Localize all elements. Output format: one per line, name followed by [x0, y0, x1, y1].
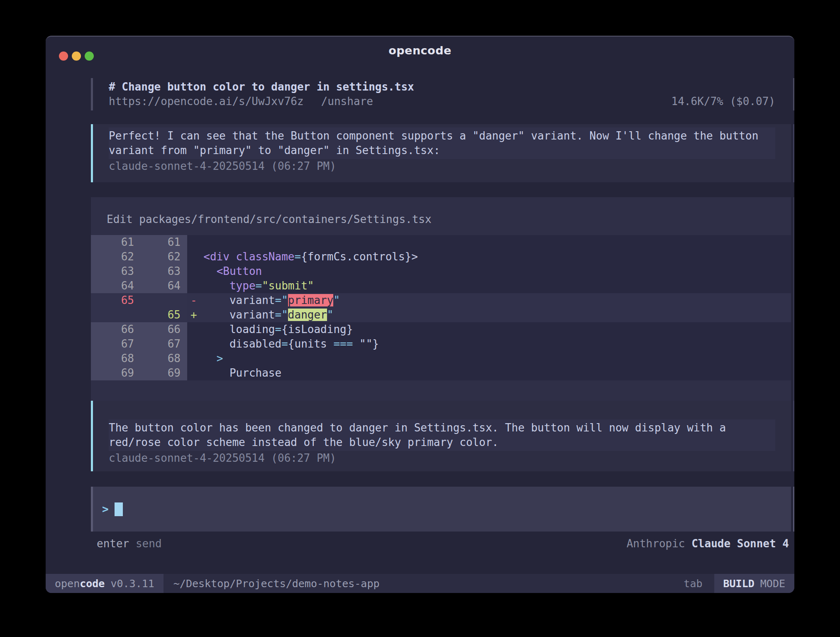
code-token: = [275, 323, 282, 336]
code-token: = [256, 279, 262, 292]
message-text: The button color has been changed to dan… [109, 419, 775, 451]
prompt-symbol: > [102, 503, 109, 515]
context-sign [190, 279, 197, 292]
diff-row: 6262 <div className={formCs.controls}> [91, 250, 791, 264]
code-token: " [327, 309, 334, 321]
hints-row: enter send Anthropic Claude Sonnet 4 [91, 537, 794, 551]
title-bar: opencode [46, 37, 794, 70]
old-line-number: 68 [91, 351, 134, 366]
diff-row: 6969 Purchase [91, 366, 791, 380]
working-directory: ~/Desktop/Projects/demo-notes-app [173, 578, 380, 590]
code-token: =" [275, 309, 288, 321]
app-name-code: code [80, 578, 105, 590]
diff-gutter: 6666 [91, 322, 187, 337]
new-line-number: 68 [134, 351, 181, 366]
mode-suffix: MODE [760, 578, 785, 590]
new-line-number: 62 [134, 250, 181, 264]
enter-key-hint: enter [97, 537, 129, 550]
diff-row: 65+ variant="danger" [91, 308, 791, 322]
edit-tool-panel: Edit packages/frontend/src/containers/Se… [91, 197, 794, 429]
prompt-right-border [793, 487, 794, 532]
diff-gutter: 65 [91, 308, 187, 322]
code-token [230, 250, 236, 263]
diff-gutter: 6464 [91, 279, 187, 293]
new-line-number: 61 [134, 235, 181, 250]
context-sign [190, 367, 197, 379]
window-title: opencode [46, 44, 794, 57]
diff-code-line: Purchase [187, 366, 791, 380]
app-version-chip: opencode v0.3.11 [46, 574, 164, 593]
diff-code-line: disabled={units === ""} [187, 337, 791, 351]
message-right-rule [793, 401, 794, 471]
old-line-number: 63 [91, 264, 134, 279]
removed-sign: - [190, 294, 197, 306]
provider-label: Anthropic [627, 537, 685, 550]
code-token: "submit" [262, 279, 314, 292]
diff-code-line: - variant="primary" [187, 293, 791, 308]
new-line-number: 67 [134, 337, 181, 351]
share-url-link[interactable]: https://opencode.ai/s/UwJxv76z [109, 94, 304, 109]
model-attribution: claude-sonnet-4-20250514 (06:27 PM) [109, 451, 775, 466]
context-sign [190, 352, 197, 365]
new-line-number: 69 [134, 366, 181, 380]
diff-gutter: 6767 [91, 337, 187, 351]
diff-gutter: 6363 [91, 264, 187, 279]
app-name-open: open [55, 578, 80, 590]
diff-gutter: 6868 [91, 351, 187, 366]
code-token: variant [230, 294, 275, 306]
session-title: # Change button color to danger in setti… [109, 80, 775, 94]
code-token: className [236, 250, 295, 263]
tab-key-hint: tab [684, 578, 702, 590]
diff-code-line: type="submit" [187, 279, 791, 293]
new-line-number: 63 [134, 264, 181, 279]
context-sign [190, 250, 197, 263]
diff-gutter: 6161 [91, 235, 187, 250]
new-line-number: 64 [134, 279, 181, 293]
diff-row: 65- variant="primary" [91, 293, 791, 308]
code-token: = [294, 250, 301, 263]
code-token: === [333, 338, 353, 350]
mode-toggle[interactable]: BUILD MODE [714, 574, 794, 593]
diff-code-line: > [187, 351, 791, 366]
model-attribution: claude-sonnet-4-20250514 (06:27 PM) [109, 159, 775, 174]
code-token: = [281, 338, 288, 350]
code-token: <Button [217, 265, 262, 277]
code-token: {units [288, 338, 334, 350]
session-header: # Change button color to danger in setti… [91, 78, 794, 110]
diff-code-line: + variant="danger" [187, 308, 791, 322]
assistant-message: Perfect! I can see that the Button compo… [91, 124, 794, 182]
edit-scrollbar[interactable] [793, 197, 794, 429]
diff-code-line [187, 235, 791, 250]
edit-bottom-padding [91, 380, 791, 387]
send-action-hint: send [136, 537, 162, 550]
diff-code-line: loading={isLoading} [187, 322, 791, 337]
diff-row: 6464 type="submit" [91, 279, 791, 293]
model-label: Claude Sonnet 4 [691, 537, 789, 550]
diff-gutter: 6262 [91, 250, 187, 264]
old-line-number: 61 [91, 235, 134, 250]
code-token: variant [230, 309, 275, 321]
diff-row: 6666 loading={isLoading} [91, 322, 791, 337]
context-sign [190, 323, 197, 336]
message-right-rule [793, 124, 794, 182]
unshare-command[interactable]: /unshare [321, 94, 373, 109]
code-token: type [230, 279, 256, 292]
old-line-number: 69 [91, 366, 134, 380]
code-token: loading [230, 323, 275, 336]
diff-row: 6767 disabled={units === ""} [91, 337, 791, 351]
added-sign: + [190, 309, 197, 321]
new-line-number: 66 [134, 322, 181, 337]
new-line-number: 65 [134, 308, 181, 322]
message-text: Perfect! I can see that the Button compo… [109, 127, 775, 159]
diff-view: 6161 6262 <div className={formCs.control… [91, 235, 791, 380]
code-token: {isLoading} [281, 323, 353, 336]
app-version: v0.3.11 [110, 578, 154, 590]
code-token: <div [203, 250, 230, 263]
old-line-number: 65 [91, 293, 134, 308]
prompt-input-box[interactable]: > [91, 487, 794, 532]
code-token: " [333, 294, 340, 306]
context-stats: 14.6K/7% ($0.07) [672, 94, 775, 109]
diff-row: 6868 > [91, 351, 791, 366]
code-token: {formCs.controls}> [301, 250, 418, 263]
code-token: disabled [230, 338, 281, 350]
